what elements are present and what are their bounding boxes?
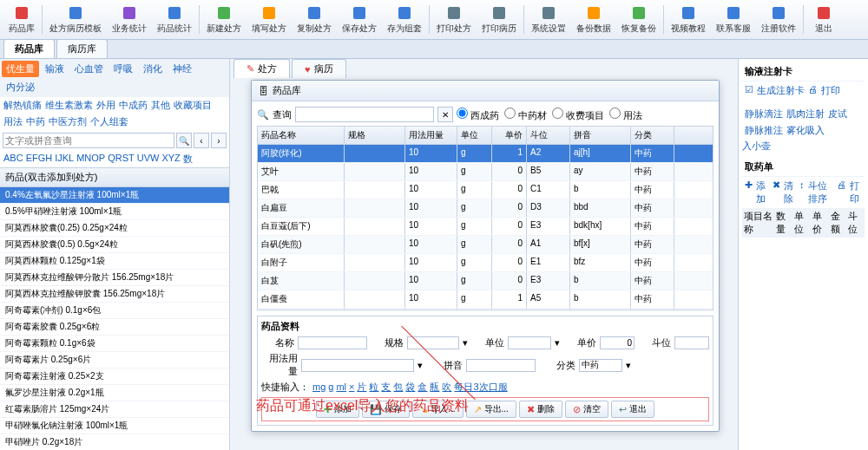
inner-tab[interactable]: ♥病历 [292,59,346,78]
tool-rx-template[interactable]: 处方病历模板 [44,2,107,37]
grid-body[interactable]: 阿胶(烊化)10g1A2aj[h]中药艾叶10g0B5ay中药巴戟10g0C1b… [258,145,713,310]
pinyin-input[interactable] [466,359,536,372]
pos-input[interactable] [674,336,709,349]
sort-link[interactable]: 斗位排序 [808,179,833,205]
more-link[interactable]: 入小壶 [742,140,865,153]
injection-link[interactable]: 静脉推注 [745,124,783,137]
quick-link[interactable]: 片 [357,382,366,392]
drug-row[interactable]: 阿奇霉素颗粒 0.1g×6袋 [0,336,229,352]
tool-fill-rx[interactable]: 填写处方 [247,2,292,37]
quick-link[interactable]: 吹 [442,382,451,392]
alpha-link[interactable]: XYZ [161,153,180,166]
dlg-btn-删除[interactable]: ✖删除 [519,401,562,418]
grid-row[interactable]: 白僵蚕10g1A5b中药 [258,290,713,309]
grid-col-header[interactable]: 单位 [457,127,492,144]
grid-row[interactable]: 白芥子10g0C2bjz中药 [258,309,713,310]
injection-link[interactable]: 雾化吸入 [786,124,825,137]
alpha-link[interactable]: 数 [183,153,193,166]
drug-row[interactable]: 氟罗沙星注射液 0.2g×1瓶 [0,385,229,401]
tool-save-rx[interactable]: 保存处方 [337,2,382,37]
drug-row[interactable]: 甲硝唑氯化钠注射液 100ml×1瓶 [0,418,229,434]
drug-row[interactable]: 阿莫西林胶囊(0.25) 0.25g×24粒 [0,220,229,237]
type-radio[interactable]: 用法 [609,108,642,122]
subtab[interactable]: 心血管 [70,61,108,77]
quick-link[interactable]: 袋 [405,382,415,392]
quick-link[interactable]: 支 [381,382,391,392]
grid-row[interactable]: 白矾(先煎)10g0A1bf[x]中药 [258,236,713,254]
drug-row[interactable]: 阿奇霉素胶囊 0.25g×6粒 [0,319,229,336]
drug-list[interactable]: 0.4%左氧氟沙星注射液 100ml×1瓶0.5%甲硝唑注射液 100ml×1瓶… [0,187,229,450]
subtab[interactable]: 神经 [168,61,196,77]
quick-link[interactable]: g [328,382,333,392]
tool-drug-db[interactable]: 药品库 [3,2,40,37]
subtab[interactable]: 消化 [139,61,167,77]
grid-row[interactable]: 阿胶(烊化)10g1A2aj[h]中药 [258,145,713,163]
injection-link[interactable]: 皮试 [828,108,847,121]
type-radio[interactable]: 收费项目 [552,108,604,122]
drug-row[interactable]: 红霉素肠溶片 125mg×24片 [0,401,229,418]
name-input[interactable] [298,336,367,349]
tool-print-rx[interactable]: 打印处方 [431,2,477,37]
drug-row[interactable]: 阿莫西林颗粒 0.125g×1袋 [0,253,229,270]
drug-row[interactable]: 阿奇霉素片 0.25g×6片 [0,352,229,368]
grid-row[interactable]: 白芨10g0E3b中药 [258,272,713,290]
grid-col-header[interactable]: 分类 [631,127,674,144]
grid-col-header[interactable]: 斗位 [527,127,570,144]
grid-row[interactable]: 艾叶10g0B5ay中药 [258,163,713,181]
quick-link[interactable]: × [349,382,354,392]
print-card-link[interactable]: 打印 [821,84,840,97]
quick-link[interactable]: 瓶 [430,382,439,392]
prev-button[interactable]: ‹ [194,133,209,148]
tool-new-rx[interactable]: 新建处方 [201,2,247,37]
subtab[interactable]: 内分泌 [2,79,39,95]
main-tab[interactable]: 病历库 [56,39,108,58]
drug-row[interactable]: 阿奇霉素(冲剂) 0.1g×6包 [0,303,229,319]
query-input[interactable] [295,107,434,122]
drug-search-input[interactable] [3,133,174,148]
cat-link[interactable]: 解热镇痛 [3,99,42,112]
dlg-btn-清空[interactable]: ⊘清空 [565,401,608,418]
drug-row[interactable]: 阿莫西林胶囊(0.5) 0.5g×24粒 [0,237,229,253]
tool-backup[interactable]: 备份数据 [571,2,616,37]
clear-link[interactable]: 清除 [784,179,797,205]
subtab[interactable]: 呼吸 [109,61,137,77]
grid-col-header[interactable]: 拼音 [570,127,631,144]
tool-save-as[interactable]: 存为组套 [382,2,427,37]
quick-link[interactable]: 包 [393,382,403,392]
dropdown-icon[interactable]: ▾ [626,360,631,371]
drug-row[interactable]: 0.4%左氧氟沙星注射液 100ml×1瓶 [0,187,229,204]
clear-query-button[interactable]: ✕ [437,107,453,122]
tool-drug-stats[interactable]: 药品统计 [152,2,197,37]
dropdown-icon[interactable]: ▾ [555,337,560,349]
cat-link[interactable]: 中成药 [119,99,148,112]
cat-link[interactable]: 中药 [26,115,45,128]
price-input[interactable] [600,336,635,349]
type-radio[interactable]: 中药材 [504,108,547,122]
tool-biz-stats[interactable]: 业务统计 [107,2,152,37]
alpha-link[interactable]: EFGH [26,153,53,166]
cat-link[interactable]: 其他 [151,99,170,112]
grid-col-header[interactable]: 用法用量 [405,127,457,144]
drug-row[interactable]: 阿莫西林克拉维酸钾胶囊 156.25mg×18片 [0,286,229,303]
tool-exit[interactable]: 退出 [806,2,842,37]
grid-col-header[interactable]: 药品名称 [258,127,345,144]
quick-link[interactable]: 粒 [369,382,378,392]
cat-link[interactable]: 维生素激素 [45,99,93,112]
tool-copy-rx[interactable]: 复制处方 [292,2,337,37]
cat-link[interactable]: 收藏项目 [174,99,212,112]
grid-col-header[interactable]: 单价 [492,127,527,144]
search-button[interactable]: 🔍 [176,133,192,148]
quick-link[interactable]: mg [312,382,326,392]
grid-col-header[interactable]: 规格 [345,127,405,144]
type-radio[interactable]: 西成药 [457,108,499,122]
alpha-link[interactable]: IJKL [55,153,74,166]
injection-link[interactable]: 静脉滴注 [745,108,783,121]
drug-row[interactable]: 0.5%甲硝唑注射液 100ml×1瓶 [0,204,229,220]
drug-row[interactable]: 阿莫西林克拉维酸钾分散片 156.25mg×18片 [0,270,229,286]
print-link[interactable]: 打印 [850,179,863,205]
alpha-link[interactable]: UVW [137,153,160,166]
injection-link[interactable]: 肌肉注射 [786,108,825,121]
main-tab[interactable]: 药品库 [3,39,55,58]
tool-contact[interactable]: 联系客服 [711,2,756,37]
quick-link[interactable]: ml [336,382,346,392]
